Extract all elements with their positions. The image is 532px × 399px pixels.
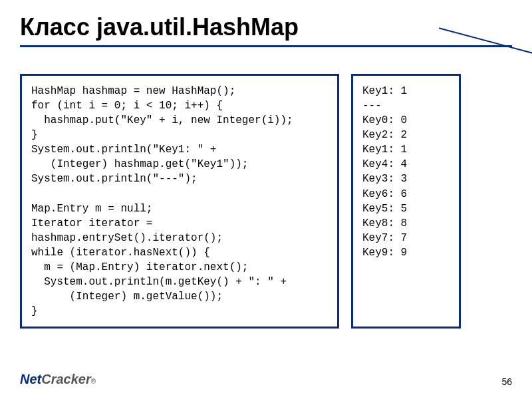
title-underline	[20, 45, 512, 47]
content-row: HashMap hashmap = new HashMap(); for (in…	[20, 74, 512, 329]
slide-title: Класс java.util.HashMap	[20, 13, 512, 41]
decorative-diagonal	[439, 47, 532, 73]
brand-logo: Net Cracker ®	[20, 372, 96, 387]
page-number: 56	[501, 376, 512, 387]
code-block-source: HashMap hashmap = new HashMap(); for (in…	[20, 74, 339, 329]
logo-text-cracker: Cracker	[41, 372, 91, 387]
logo-text-net: Net	[20, 372, 41, 387]
slide-container: Класс java.util.HashMap HashMap hashmap …	[0, 0, 532, 399]
code-block-output: Key1: 1 --- Key0: 0 Key2: 2 Key1: 1 Key4…	[351, 74, 461, 329]
logo-registered: ®	[91, 378, 96, 385]
